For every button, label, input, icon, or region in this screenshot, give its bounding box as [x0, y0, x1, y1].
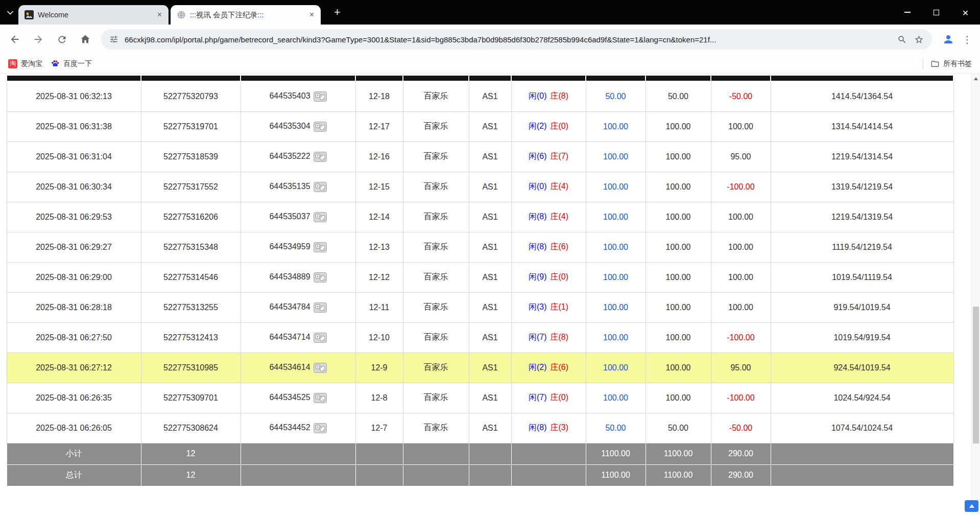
- table-row[interactable]: 2025-08-31 06:30:34 522775317552 6445351…: [7, 172, 953, 202]
- cell-time: 2025-08-31 06:27:50: [7, 322, 141, 353]
- round-id-text: 644535222: [269, 152, 310, 160]
- cell-bet-amount[interactable]: 100.00: [586, 232, 646, 262]
- game-video-icon[interactable]: [314, 302, 327, 313]
- cell-bet-id: 522775309701: [141, 383, 241, 413]
- banker-result: 庄(6): [551, 363, 569, 371]
- table-row[interactable]: 2025-08-31 06:29:53 522775316206 6445350…: [7, 202, 953, 232]
- game-video-icon[interactable]: [314, 333, 327, 343]
- zoom-icon[interactable]: [897, 35, 907, 44]
- new-tab-button[interactable]: +: [330, 5, 345, 20]
- cell-round: 12-18: [355, 81, 403, 111]
- tab-close-icon[interactable]: ×: [155, 10, 164, 20]
- game-video-icon[interactable]: [314, 182, 327, 192]
- table-row[interactable]: 2025-08-31 06:28:18 522775313255 6445347…: [7, 292, 953, 322]
- game-video-icon[interactable]: [314, 122, 327, 132]
- cell-table: AS1: [469, 262, 511, 292]
- cell-bet-amount[interactable]: 100.00: [586, 172, 646, 202]
- table-row[interactable]: 2025-08-31 06:27:12 522775310985 6445346…: [7, 353, 953, 383]
- all-bookmarks-button[interactable]: 所有书签: [923, 58, 972, 69]
- bookmark-taobao[interactable]: 淘 爱淘宝: [8, 59, 42, 68]
- cell-game-type: 百家乐: [403, 111, 469, 142]
- back-button[interactable]: [4, 29, 26, 50]
- table-row[interactable]: 2025-08-31 06:29:00 522775314546 6445348…: [7, 262, 953, 292]
- table-row[interactable]: 2025-08-31 06:27:50 522775312413 6445347…: [7, 322, 953, 353]
- cell-bet-amount[interactable]: 100.00: [586, 202, 646, 232]
- reload-button[interactable]: [51, 29, 73, 50]
- page-scrollbar[interactable]: [971, 74, 980, 515]
- cell-result: 闲(7)庄(8): [511, 322, 586, 353]
- profile-avatar[interactable]: [939, 30, 958, 49]
- table-row[interactable]: 2025-08-31 06:26:35 522775309701 6445345…: [7, 383, 953, 413]
- column-header: [711, 76, 771, 81]
- site-info-icon[interactable]: [109, 35, 118, 44]
- cell-bet-amount[interactable]: 50.00: [586, 81, 646, 111]
- round-id-text: 644534784: [269, 302, 310, 311]
- column-header: [469, 76, 511, 81]
- cell-bet-amount[interactable]: 50.00: [586, 413, 646, 443]
- round-id-text: 644534525: [269, 393, 310, 402]
- game-video-icon[interactable]: [314, 212, 327, 222]
- game-video-icon[interactable]: [314, 423, 327, 433]
- cell-bet-amount[interactable]: 100.00: [586, 262, 646, 292]
- total-row: 总计 12 1100.00 1100.00 290.00: [7, 464, 953, 486]
- cell-time: 2025-08-31 06:30:34: [7, 172, 141, 202]
- up-arrow-icon: [969, 504, 974, 508]
- cell-bet-id: 522775312413: [141, 322, 241, 353]
- forward-button[interactable]: [28, 29, 49, 50]
- cell-game-type: 百家乐: [403, 292, 469, 322]
- game-video-icon[interactable]: [314, 91, 327, 102]
- subtotal-valid: 1100.00: [646, 443, 711, 464]
- game-video-icon[interactable]: [314, 393, 327, 403]
- cell-game-type: 百家乐: [403, 262, 469, 292]
- url-text[interactable]: 66cxkj98.com/ipl/portal.php/game/betreco…: [125, 35, 890, 44]
- cell-bet-amount[interactable]: 100.00: [586, 292, 646, 322]
- table-row[interactable]: 2025-08-31 06:32:13 522775320793 6445354…: [7, 81, 953, 111]
- bookmark-star-icon[interactable]: [914, 35, 924, 44]
- cell-balance: 1024.54/924.54: [771, 383, 953, 413]
- cell-bet-amount[interactable]: 100.00: [586, 322, 646, 353]
- cell-round: 12-7: [355, 413, 403, 443]
- game-video-icon[interactable]: [314, 272, 327, 283]
- tab-bet-record[interactable]: :::视讯 会员下注纪录::: ×: [171, 5, 321, 25]
- cell-bet-id: 522775310985: [141, 353, 241, 383]
- table-row[interactable]: 2025-08-31 06:26:05 522775308624 6445344…: [7, 413, 953, 443]
- cell-round: 12-16: [355, 142, 403, 172]
- cell-table: AS1: [469, 413, 511, 443]
- total-valid: 1100.00: [646, 464, 711, 486]
- banker-result: 庄(0): [551, 272, 569, 281]
- table-row[interactable]: 2025-08-31 06:31:04 522775318539 6445352…: [7, 142, 953, 172]
- bookmark-baidu[interactable]: 百度一下: [51, 59, 92, 68]
- scrollbar-thumb[interactable]: [973, 307, 979, 443]
- table-row[interactable]: 2025-08-31 06:31:38 522775319701 6445353…: [7, 111, 953, 142]
- minimize-button[interactable]: [893, 0, 922, 25]
- home-button[interactable]: [75, 29, 96, 50]
- address-bar[interactable]: 66cxkj98.com/ipl/portal.php/game/betreco…: [101, 29, 932, 50]
- game-video-icon[interactable]: [314, 242, 327, 252]
- cell-time: 2025-08-31 06:31:04: [7, 142, 141, 172]
- cell-round-id: 644535222: [241, 142, 355, 172]
- table-row[interactable]: 2025-08-31 06:29:27 522775315348 6445349…: [7, 232, 953, 262]
- tab-close-icon[interactable]: ×: [307, 10, 317, 20]
- cell-table: AS1: [469, 202, 511, 232]
- maximize-button[interactable]: [922, 0, 951, 25]
- cell-result: 闲(7)庄(0): [511, 383, 586, 413]
- close-window-button[interactable]: ×: [951, 0, 980, 25]
- back-to-top-button[interactable]: [965, 500, 978, 512]
- game-video-icon[interactable]: [314, 363, 327, 373]
- scrollbar-up-arrow[interactable]: [972, 74, 980, 83]
- cell-bet-amount[interactable]: 100.00: [586, 142, 646, 172]
- cell-bet-amount[interactable]: 100.00: [586, 353, 646, 383]
- cell-bet-id: 522775318539: [141, 142, 241, 172]
- cell-table: AS1: [469, 142, 511, 172]
- game-video-icon[interactable]: [314, 152, 327, 162]
- cell-balance: 1314.54/1414.54: [771, 111, 953, 142]
- table-footer: 小计 12 1100.00 1100.00 290.00 总计 12 1100.…: [7, 443, 953, 486]
- cell-bet-amount[interactable]: 100.00: [586, 383, 646, 413]
- tab-welcome[interactable]: Welcome ×: [18, 5, 169, 25]
- browser-menu-icon[interactable]: ⋮: [959, 30, 976, 49]
- cell-result: 闲(2)庄(6): [511, 353, 586, 383]
- tab-search-chevron-icon[interactable]: [5, 8, 15, 18]
- cell-bet-amount[interactable]: 100.00: [586, 111, 646, 142]
- cell-valid-amount: 100.00: [646, 172, 711, 202]
- cell-valid-amount: 100.00: [646, 111, 711, 142]
